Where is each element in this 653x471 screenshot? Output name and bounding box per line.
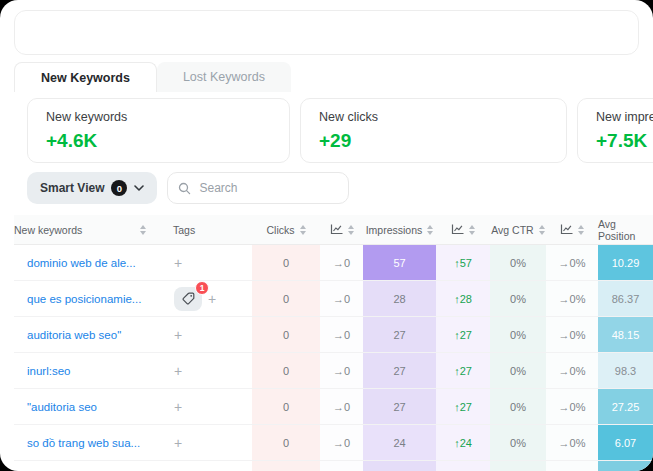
ctr-trend-cell: →0% (546, 281, 598, 316)
avg-ctr-cell: 0% (490, 389, 546, 424)
add-tag-button[interactable]: + (208, 292, 216, 306)
ctr-trend-cell: →0% (546, 353, 598, 388)
stat-label: New impressions (596, 110, 653, 124)
stat-card-new-clicks: New clicks +29 (300, 98, 567, 163)
ctr-trend-cell: →0% (546, 425, 598, 460)
impressions-trend-cell: ↑27 (436, 317, 490, 352)
clicks-cell: 0 (252, 425, 320, 460)
col-label: New keywords (14, 224, 82, 236)
sort-icon[interactable] (539, 225, 545, 235)
impressions-trend-cell: ↑27 (436, 353, 490, 388)
tab-lost-keywords[interactable]: Lost Keywords (157, 62, 291, 92)
impressions-cell: 27 (363, 317, 436, 352)
table-controls: Smart View 0 (27, 172, 653, 204)
avg-position-cell: 6.07 (598, 425, 653, 460)
clicks-cell: 0 (252, 353, 320, 388)
clicks-cell: 0 (252, 389, 320, 424)
line-chart-icon (451, 224, 464, 235)
sort-icon[interactable] (348, 225, 354, 235)
chevron-down-icon (134, 185, 144, 191)
impressions-trend-cell: ↑24 (436, 425, 490, 460)
add-tag-button[interactable]: + (174, 364, 182, 378)
impressions-cell: 24 (363, 425, 436, 460)
keyword-link[interactable]: auditoria web seo" (14, 317, 160, 352)
add-tag-button[interactable]: + (174, 436, 182, 450)
table-row: auditoria web seo" + 0 →0 27 ↑27 0% →0% … (14, 317, 653, 353)
keyword-link[interactable]: inurl:seo (14, 353, 160, 388)
col-header-avg-position[interactable]: Avg Position (598, 215, 653, 244)
col-header-avg-ctr[interactable]: Avg CTR (490, 215, 546, 244)
ctr-trend-cell: →0% (546, 245, 598, 280)
col-label: Avg Position (598, 218, 653, 242)
table-row: que es posicionamie... 1 + 0 →0 28 ↑28 0… (14, 281, 653, 317)
avg-position-cell: 27.25 (598, 389, 653, 424)
avg-position-cell (598, 461, 653, 471)
tags-cell: + (160, 425, 252, 460)
ctr-trend-cell: →0% (546, 389, 598, 424)
add-tag-button[interactable]: + (174, 256, 182, 270)
clicks-cell (252, 461, 320, 471)
stat-value: +4.6K (46, 130, 289, 152)
clicks-trend-cell: →0 (320, 317, 363, 352)
tags-cell: + (160, 317, 252, 352)
keyword-link[interactable]: dominio web de ale... (14, 245, 160, 280)
impressions-cell: 57 (363, 245, 436, 280)
tags-cell: + (160, 245, 252, 280)
col-header-impressions-trend[interactable] (436, 215, 490, 244)
tags-cell (160, 461, 252, 471)
stat-value: +29 (319, 130, 566, 152)
avg-position-cell: 48.15 (598, 317, 653, 352)
keyword-link[interactable]: "auditoria seo (14, 389, 160, 424)
tab-new-keywords[interactable]: New Keywords (14, 62, 157, 92)
keyword-link[interactable]: que es posicionamie... (14, 281, 160, 316)
tag-count-badge: 1 (195, 281, 209, 295)
line-chart-icon (560, 224, 573, 235)
search-input[interactable] (199, 181, 338, 195)
keywords-table: New keywords Tags Clicks Impressions (14, 215, 653, 471)
avg-ctr-cell: 0% (490, 281, 546, 316)
sort-icon[interactable] (427, 225, 433, 235)
sort-icon[interactable] (578, 225, 584, 235)
clicks-trend-cell: →0 (320, 425, 363, 460)
stat-label: New clicks (319, 110, 566, 124)
clicks-trend-cell (320, 461, 363, 471)
col-header-clicks[interactable]: Clicks (252, 215, 320, 244)
sort-icon[interactable] (140, 225, 146, 235)
keywords-dashboard: New Keywords Lost Keywords New keywords … (0, 0, 653, 471)
stat-label: New keywords (46, 110, 289, 124)
col-label: Clicks (267, 224, 295, 236)
top-toolbar-box[interactable] (14, 10, 639, 55)
impressions-trend-cell: ↑27 (436, 389, 490, 424)
col-header-clicks-trend[interactable] (320, 215, 363, 244)
line-chart-icon (330, 224, 343, 235)
avg-position-cell: 10.29 (598, 245, 653, 280)
clicks-trend-cell: →0 (320, 281, 363, 316)
col-header-new-keywords[interactable]: New keywords (14, 215, 160, 244)
avg-ctr-cell: 0% (490, 245, 546, 280)
smart-view-label: Smart View (40, 181, 104, 195)
sort-icon[interactable] (300, 225, 306, 235)
keyword-tabs: New Keywords Lost Keywords (14, 62, 653, 92)
tags-cell: 1 + (160, 281, 252, 316)
avg-ctr-cell: 0% (490, 425, 546, 460)
smart-view-dropdown[interactable]: Smart View 0 (27, 172, 157, 204)
stat-card-new-keywords: New keywords +4.6K (27, 98, 290, 163)
tag-icon (182, 292, 195, 305)
clicks-trend-cell: →0 (320, 353, 363, 388)
sort-icon[interactable] (469, 225, 475, 235)
tags-cell: + (160, 389, 252, 424)
col-header-impressions[interactable]: Impressions (363, 215, 436, 244)
tag-chip-button[interactable]: 1 (174, 287, 202, 311)
add-tag-button[interactable]: + (174, 400, 182, 414)
clicks-cell: 0 (252, 245, 320, 280)
col-header-ctr-trend[interactable] (546, 215, 598, 244)
col-label: Impressions (366, 224, 423, 236)
avg-ctr-cell (490, 461, 546, 471)
tags-cell: + (160, 353, 252, 388)
add-tag-button[interactable]: + (174, 328, 182, 342)
keyword-link[interactable]: so đồ trang web sua... (14, 425, 160, 460)
keyword-link[interactable] (14, 461, 160, 471)
clicks-cell: 0 (252, 281, 320, 316)
col-label: Avg CTR (491, 224, 533, 236)
impressions-cell: 28 (363, 281, 436, 316)
